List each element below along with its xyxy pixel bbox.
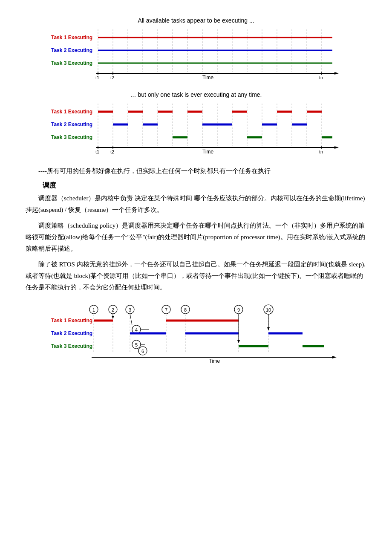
svg-text:t1: t1 xyxy=(95,75,99,80)
svg-line-112 xyxy=(130,314,132,325)
svg-text:Task 2 Executing: Task 2 Executing xyxy=(51,330,92,336)
paragraph3: 调度策略（scheduling policy）是调度器用来决定哪个任务在哪个时间… xyxy=(26,220,366,254)
diagram2: … but only one task is ever executing at… xyxy=(26,91,366,157)
svg-text:2: 2 xyxy=(112,307,114,312)
svg-text:8: 8 xyxy=(184,307,187,312)
diagram3-svg: 1 2 3 7 8 9 10 4 5 6 Task 1 Executing Ta… xyxy=(51,302,341,370)
svg-marker-66 xyxy=(334,146,339,149)
paragraph4: 除了被 RTOS 内核无意的挂起外，一个任务还可以自己挂起自己。如果一个任务想延… xyxy=(26,259,366,293)
svg-text:t2: t2 xyxy=(110,75,114,80)
svg-text:9: 9 xyxy=(237,307,240,312)
svg-marker-119 xyxy=(267,327,270,330)
diagram3: 1 2 3 7 8 9 10 4 5 6 Task 1 Executing Ta… xyxy=(26,302,366,370)
paragraph2: 调度器（scheduler）是内核中负责 决定在某个特殊时间 哪个任务应该执行的… xyxy=(26,193,366,216)
diagram1: All available tasks appear to be executi… xyxy=(26,17,366,83)
svg-text:Time: Time xyxy=(209,358,220,364)
svg-text:tn: tn xyxy=(319,75,323,80)
svg-text:Time: Time xyxy=(202,149,214,155)
svg-text:Task 3 Executing: Task 3 Executing xyxy=(51,343,92,349)
svg-text:10: 10 xyxy=(266,307,271,312)
svg-text:Time: Time xyxy=(202,75,214,81)
section-title: 调度 xyxy=(43,181,366,190)
svg-text:1: 1 xyxy=(92,307,95,312)
svg-text:5: 5 xyxy=(135,342,138,347)
diagram2-svg: Task 1 Executing Task 2 Executing Task 3… xyxy=(51,101,341,157)
svg-marker-121 xyxy=(332,356,337,358)
svg-text:Task 3 Executing: Task 3 Executing xyxy=(51,134,92,140)
svg-marker-117 xyxy=(112,316,114,319)
paragraph1: ----所有可用的任务都好像在执行，但实际上在任何一个时刻都只有一个任务在执行 xyxy=(26,165,366,177)
svg-text:Task 1 Executing: Task 1 Executing xyxy=(51,109,92,115)
svg-text:Task 2 Executing: Task 2 Executing xyxy=(51,121,92,127)
svg-marker-23 xyxy=(334,72,339,75)
svg-text:4: 4 xyxy=(135,327,138,332)
svg-marker-118 xyxy=(237,340,240,343)
svg-text:3: 3 xyxy=(129,307,131,312)
diagram1-svg: Task 1 Executing Task 2 Executing Task 3… xyxy=(51,27,341,83)
svg-text:7: 7 xyxy=(165,307,167,312)
svg-text:Task 2 Executing: Task 2 Executing xyxy=(51,47,92,53)
diagram1-title: All available tasks appear to be executi… xyxy=(138,17,254,24)
svg-text:6: 6 xyxy=(141,349,144,354)
svg-text:t2: t2 xyxy=(110,149,114,154)
svg-text:t1: t1 xyxy=(95,149,99,154)
svg-text:Task 3 Executing: Task 3 Executing xyxy=(51,60,92,66)
svg-text:tn: tn xyxy=(319,149,323,154)
diagram2-title: … but only one task is ever executing at… xyxy=(130,91,262,98)
svg-text:Task 1 Executing: Task 1 Executing xyxy=(51,35,92,40)
svg-text:Task 1 Executing: Task 1 Executing xyxy=(51,318,92,324)
